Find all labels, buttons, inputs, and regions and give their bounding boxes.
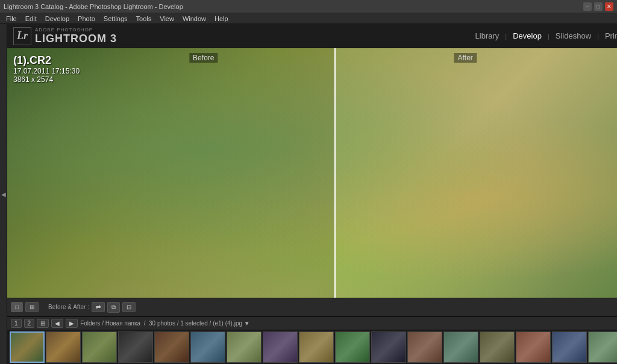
thumbnail-14[interactable] [480,331,515,363]
titlebar: Lightroom 3 Catalog - Adobe Photoshop Li… [0,0,617,13]
image-dimensions: 3861 x 2574 [13,75,80,84]
thumbnail-5[interactable] [154,331,189,363]
ba-swap-copy-button[interactable]: ⧉ [107,302,120,313]
filmstrip-prev-button[interactable]: ◀ [51,319,63,328]
view-single-button[interactable]: □ [11,302,23,312]
thumbnail-4[interactable] [118,331,153,363]
nav-print[interactable]: Print [600,30,617,42]
view-split-button[interactable]: ⊞ [25,302,39,312]
thumbnail-17[interactable] [588,331,617,363]
filmstrip-page-2[interactable]: 2 [24,319,35,328]
filmstrip-page-1[interactable]: 1 [11,319,22,328]
nav-slideshow[interactable]: Slideshow [551,30,596,42]
menu-settings[interactable]: Settings [100,14,131,23]
filmstrip: 1 2 ⊞ ◀ ▶ Folders / Новая папка / 30 pho… [7,316,617,364]
image-info-overlay: (1).CR2 17.07.2011 17:15:30 3861 x 2574 [13,54,80,84]
thumbnail-1[interactable] [10,331,45,363]
after-image [334,48,617,298]
close-button[interactable]: ✕ [605,2,613,11]
thumbnail-13[interactable] [443,331,478,363]
before-after-label: Before & After : [48,304,89,310]
thumbnail-9[interactable] [299,331,334,363]
minimize-button[interactable]: ─ [583,2,592,11]
thumbnail-15[interactable] [516,331,551,363]
app-brand-top: ADOBE PHOTOSHOP [35,27,117,33]
image-filename: (1).CR2 [13,54,80,67]
logo-letter: Lr [17,30,28,42]
app-name: ADOBE PHOTOSHOP LIGHTROOM 3 [35,27,117,45]
thumbnail-3[interactable] [82,331,117,363]
center-area: Lr ADOBE PHOTOSHOP LIGHTROOM 3 Library |… [7,24,617,364]
bottom-toolbar: □ ⊞ Before & After : ⇄ ⧉ ⊡ ▼ [7,298,617,316]
ba-settings-button[interactable]: ⊡ [122,302,136,312]
left-panel-toggle[interactable]: ◀ [0,191,7,198]
menubar: File Edit Develop Photo Settings Tools V… [0,13,617,24]
before-photo-content [7,48,334,298]
menu-window[interactable]: Window [179,14,210,23]
menu-edit[interactable]: Edit [22,14,40,23]
nav-links: Library | Develop | Slideshow | Print | … [471,30,617,42]
nav-library[interactable]: Library [471,30,504,42]
thumbnail-7[interactable] [227,331,262,363]
menu-help[interactable]: Help [211,14,232,23]
before-after-divider[interactable] [334,48,336,298]
maximize-button[interactable]: □ [594,2,603,11]
before-image [7,48,334,298]
main-layout: ◀ Lr ADOBE PHOTOSHOP LIGHTROOM 3 Library… [0,24,617,364]
menu-photo[interactable]: Photo [74,14,99,23]
thumbnail-10[interactable] [335,331,370,363]
left-panel[interactable]: ◀ [0,24,7,364]
menu-develop[interactable]: Develop [42,14,73,23]
top-navigation: Lr ADOBE PHOTOSHOP LIGHTROOM 3 Library |… [7,24,617,48]
menu-file[interactable]: File [2,14,20,23]
app-brand-bottom: LIGHTROOM 3 [35,33,117,45]
filmstrip-grid-view[interactable]: ⊞ [37,319,49,328]
before-label: Before [189,53,218,63]
nav-develop[interactable]: Develop [508,30,547,42]
thumbnail-12[interactable] [407,331,442,363]
after-photo-content [334,48,617,298]
titlebar-title: Lightroom 3 Catalog - Adobe Photoshop Li… [4,3,183,10]
image-area: (1).CR2 17.07.2011 17:15:30 3861 x 2574 … [7,48,617,298]
after-label: After [454,53,477,63]
filmstrip-next-button[interactable]: ▶ [66,319,78,328]
filmstrip-thumbnails [7,330,617,364]
image-datetime: 17.07.2011 17:15:30 [13,67,80,75]
logo-area: Lr ADOBE PHOTOSHOP LIGHTROOM 3 [13,27,117,45]
filmstrip-header: 1 2 ⊞ ◀ ▶ Folders / Новая папка / 30 pho… [7,317,617,330]
thumbnail-2[interactable] [46,331,81,363]
menu-tools[interactable]: Tools [133,14,155,23]
thumbnail-6[interactable] [190,331,225,363]
menu-view[interactable]: View [156,14,178,23]
window-controls: ─ □ ✕ [583,2,613,11]
logo-icon: Lr [13,27,31,45]
thumbnail-8[interactable] [263,331,298,363]
thumbnail-11[interactable] [371,331,406,363]
ba-swap-lr-button[interactable]: ⇄ [92,302,105,312]
thumbnail-16[interactable] [552,331,587,363]
filmstrip-path-info: Folders / Новая папка / 30 photos / 1 se… [80,320,250,327]
